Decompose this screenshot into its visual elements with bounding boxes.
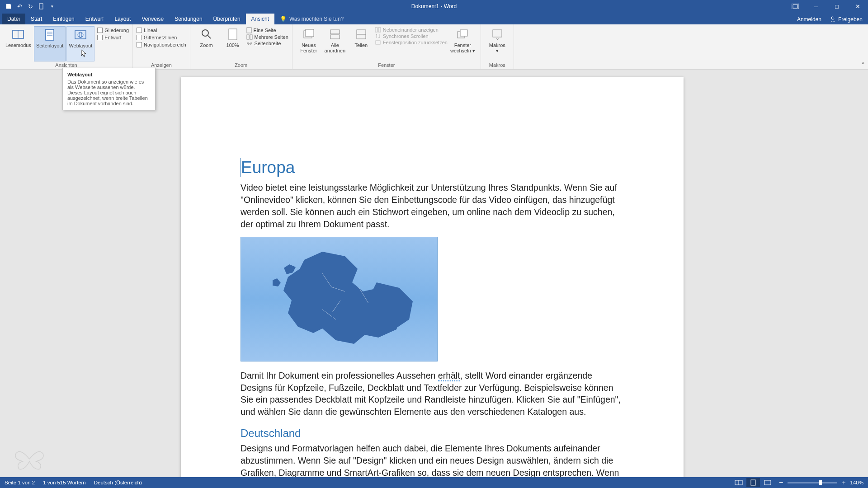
svg-point-3: [831, 17, 834, 19]
arrange-all-icon: [328, 27, 342, 42]
maximize-icon[interactable]: □: [826, 0, 847, 13]
svg-rect-27: [376, 41, 380, 44]
split-icon: [354, 27, 368, 42]
document-workspace[interactable]: Europa Video bietet eine leistungsstarke…: [0, 70, 868, 477]
paragraph-2[interactable]: Damit Ihr Dokument ein professionelles A…: [241, 370, 624, 418]
tab-view[interactable]: Ansicht: [246, 14, 274, 24]
tab-references[interactable]: Verweise: [136, 14, 169, 24]
web-layout-button[interactable]: Weblayout: [66, 26, 94, 61]
svg-rect-30: [493, 30, 502, 37]
close-icon[interactable]: ✕: [847, 0, 868, 13]
butterfly-watermark: [14, 446, 45, 473]
reset-pos-button: Fensterposition zurücksetzen: [375, 40, 448, 45]
paragraph-3[interactable]: Designs und Formatvorlagen helfen auch d…: [241, 442, 624, 477]
zoom-button[interactable]: Zoom: [194, 26, 219, 61]
web-layout-icon: [73, 28, 88, 42]
tab-design[interactable]: Entwurf: [80, 14, 109, 24]
svg-rect-6: [46, 29, 54, 40]
read-mode-icon: [11, 27, 25, 42]
language-indicator[interactable]: Deutsch (Österreich): [94, 480, 142, 485]
draft-checkbox[interactable]: Entwurf: [97, 34, 129, 41]
multi-page-icon: [246, 34, 253, 40]
print-layout-button[interactable]: Seitenlayout: [34, 26, 66, 61]
web-view-icon[interactable]: [761, 478, 774, 487]
minimize-icon[interactable]: ─: [806, 0, 826, 13]
svg-rect-29: [460, 30, 467, 36]
gridlines-checkbox[interactable]: Gitternetzlinien: [137, 34, 186, 41]
person-icon: [830, 16, 836, 23]
svg-rect-17: [247, 35, 249, 39]
svg-rect-16: [247, 28, 251, 33]
zoom-100-icon: [226, 27, 240, 42]
new-window-button[interactable]: NeuesFenster: [296, 26, 321, 61]
heading-deutschland[interactable]: Deutschland: [241, 427, 624, 440]
tab-review[interactable]: Überprüfen: [208, 14, 246, 24]
document-title: Dokument1 - Word: [411, 3, 457, 9]
zoom-out-button[interactable]: −: [779, 479, 783, 487]
ruler-checkbox[interactable]: Lineal: [137, 27, 186, 33]
svg-rect-33: [751, 480, 755, 485]
svg-rect-2: [793, 5, 797, 8]
page-width-icon: [246, 41, 253, 46]
share-button[interactable]: Freigeben: [830, 16, 863, 23]
tab-insert[interactable]: Einfügen: [47, 14, 80, 24]
read-mode-button[interactable]: Lesemodus: [4, 26, 33, 61]
svg-point-11: [78, 32, 83, 38]
ribbon: Lesemodus Seitenlayout Weblayout Glieder…: [0, 24, 868, 70]
tab-start[interactable]: Start: [25, 14, 47, 24]
word-count[interactable]: 1 von 515 Wörtern: [43, 480, 86, 485]
lightbulb-icon: 💡: [280, 16, 287, 22]
zoom-100-button[interactable]: 100%: [220, 26, 245, 61]
print-view-icon[interactable]: [746, 478, 760, 487]
paragraph-1[interactable]: Video bietet eine leistungsstarke Möglic…: [241, 182, 624, 230]
page-indicator[interactable]: Seite 1 von 2: [5, 480, 35, 485]
svg-rect-20: [306, 29, 314, 37]
document-page[interactable]: Europa Video bietet eine leistungsstarke…: [181, 77, 684, 477]
side-by-side-icon: [375, 27, 381, 33]
cursor-icon: [81, 49, 87, 57]
one-page-button[interactable]: Eine Seite: [246, 27, 288, 33]
grammar-error[interactable]: erhält: [438, 371, 460, 381]
sync-scroll-icon: [375, 33, 381, 39]
sync-scroll-button: Synchrones Scrollen: [375, 33, 448, 39]
one-page-icon: [246, 27, 252, 33]
nav-pane-checkbox[interactable]: Navigationsbereich: [137, 42, 186, 48]
display-mode-icon[interactable]: [785, 0, 806, 13]
tab-file[interactable]: Datei: [2, 14, 25, 24]
heading-europa[interactable]: Europa: [241, 158, 624, 177]
zoom-percent[interactable]: 140%: [850, 480, 863, 485]
read-view-icon[interactable]: [732, 478, 745, 487]
group-label-window: Fenster: [296, 61, 477, 69]
svg-rect-34: [764, 480, 771, 485]
side-by-side-button: Nebeneinander anzeigen: [375, 27, 448, 33]
collapse-ribbon-icon[interactable]: ^: [862, 61, 864, 67]
zoom-slider-thumb[interactable]: [819, 480, 822, 485]
multi-page-button[interactable]: Mehrere Seiten: [246, 34, 288, 40]
save-icon[interactable]: [4, 1, 14, 11]
macros-button[interactable]: Makros▾: [485, 26, 510, 61]
page-width-button[interactable]: Seitenbreite: [246, 41, 288, 46]
svg-rect-15: [229, 29, 237, 40]
tooltip-body: Das Dokument so anzeigen wie es als Webs…: [67, 79, 151, 106]
svg-rect-18: [250, 35, 252, 39]
tell-me-search[interactable]: 💡 Was möchten Sie tun?: [274, 14, 349, 24]
undo-icon[interactable]: ↶: [14, 1, 24, 11]
tab-mailings[interactable]: Sendungen: [169, 14, 208, 24]
redo-icon[interactable]: ↻: [25, 1, 35, 11]
switch-windows-button[interactable]: Fensterwechseln ▾: [448, 26, 477, 61]
svg-rect-0: [39, 4, 43, 9]
title-bar: ↶ ↻ ▾ Dokument1 - Word ─ □ ✕: [0, 0, 868, 13]
signin-link[interactable]: Anmelden: [797, 16, 821, 23]
status-bar: Seite 1 von 2 1 von 515 Wörtern Deutsch …: [0, 477, 868, 488]
ribbon-tabs: Datei Start Einfügen Entwurf Layout Verw…: [0, 13, 868, 24]
arrange-all-button[interactable]: Alleanordnen: [322, 26, 348, 61]
zoom-in-button[interactable]: +: [842, 479, 845, 486]
touch-mode-icon[interactable]: [36, 1, 46, 11]
tab-layout[interactable]: Layout: [109, 14, 136, 24]
outline-checkbox[interactable]: Gliederung: [97, 27, 129, 33]
svg-rect-25: [375, 28, 377, 32]
zoom-slider[interactable]: [788, 482, 837, 483]
qat-dropdown-icon[interactable]: ▾: [47, 1, 57, 11]
split-button[interactable]: Teilen: [349, 26, 374, 61]
europe-map-image[interactable]: [241, 237, 438, 361]
